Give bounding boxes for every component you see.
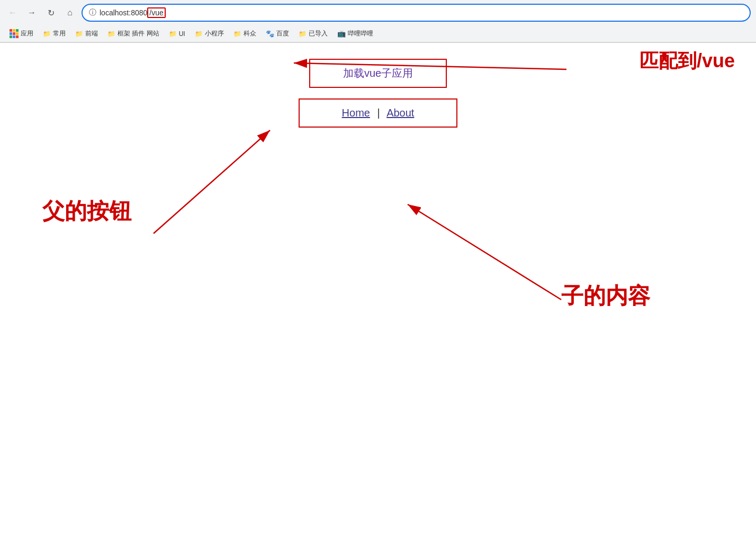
forward-button[interactable]: → xyxy=(24,5,39,20)
address-bar[interactable]: ⓘ localhost:8080/vue xyxy=(82,4,751,22)
info-icon: ⓘ xyxy=(89,8,96,17)
nav-bar: ← → ↻ ⌂ ⓘ localhost:8080/vue xyxy=(0,0,756,25)
folder-icon: 📁 xyxy=(233,30,241,38)
bilibili-icon: 📺 xyxy=(337,30,346,38)
home-link[interactable]: Home xyxy=(342,107,370,119)
bookmark-label: UI xyxy=(179,30,185,38)
page-content: 匹配到/vue 加载vue子应用 Home | About 父的按钮 子的内容 xyxy=(0,43,756,519)
bookmark-label: 框架 插件 网站 xyxy=(118,29,159,38)
child-nav-box: Home | About xyxy=(299,98,457,128)
parent-button[interactable]: 加载vue子应用 xyxy=(309,59,447,88)
bookmark-label: 哔哩哔哩 xyxy=(348,29,373,38)
nav-separator: | xyxy=(377,107,380,119)
baidu-icon: 🐾 xyxy=(266,30,274,38)
folder-icon: 📁 xyxy=(43,30,51,38)
bookmark-yidaoru[interactable]: 📁 已导入 xyxy=(294,28,332,40)
annotation-bottom-right: 子的内容 xyxy=(561,281,650,311)
bookmark-xiaochengxu[interactable]: 📁 小程序 xyxy=(191,28,228,40)
bookmarks-bar: 应用 📁 常用 📁 前端 📁 框架 插件 网站 📁 UI 📁 小程序 📁 科众 xyxy=(0,25,756,42)
apps-grid-icon xyxy=(10,29,19,38)
bookmark-changYong[interactable]: 📁 常用 xyxy=(39,28,70,40)
bookmark-baidu[interactable]: 🐾 百度 xyxy=(262,28,293,40)
svg-line-3 xyxy=(408,204,561,300)
bookmark-kuangjia[interactable]: 📁 框架 插件 网站 xyxy=(103,28,164,40)
bookmark-label: 已导入 xyxy=(309,29,328,38)
reload-button[interactable]: ↻ xyxy=(43,5,58,20)
folder-icon: 📁 xyxy=(169,30,177,38)
address-vue-segment: /vue xyxy=(147,7,165,18)
annotation-bottom-left: 父的按钮 xyxy=(42,196,131,226)
home-button[interactable]: ⌂ xyxy=(62,5,77,20)
bookmark-kezhong[interactable]: 📁 科众 xyxy=(229,28,260,40)
bookmark-label: 百度 xyxy=(276,29,289,38)
folder-icon: 📁 xyxy=(107,30,115,38)
bookmark-qianduan[interactable]: 📁 前端 xyxy=(71,28,102,40)
about-link[interactable]: About xyxy=(386,107,414,119)
address-text: localhost:8080/vue xyxy=(100,7,743,18)
bookmark-label: 前端 xyxy=(85,29,98,38)
bookmark-apps[interactable]: 应用 xyxy=(5,28,38,40)
back-button[interactable]: ← xyxy=(5,5,20,20)
bookmark-ui[interactable]: 📁 UI xyxy=(165,29,190,39)
bookmark-label: 常用 xyxy=(53,29,66,38)
folder-icon: 📁 xyxy=(195,30,203,38)
annotation-top-right: 匹配到/vue xyxy=(640,48,735,74)
folder-icon: 📁 xyxy=(299,30,307,38)
bookmark-label: 小程序 xyxy=(205,29,224,38)
bookmark-bilibili[interactable]: 📺 哔哩哔哩 xyxy=(333,28,377,40)
bookmark-label: 科众 xyxy=(244,29,256,38)
apps-label: 应用 xyxy=(21,29,33,38)
browser-chrome: ← → ↻ ⌂ ⓘ localhost:8080/vue xyxy=(0,0,756,43)
svg-line-2 xyxy=(154,130,270,233)
folder-icon: 📁 xyxy=(75,30,83,38)
